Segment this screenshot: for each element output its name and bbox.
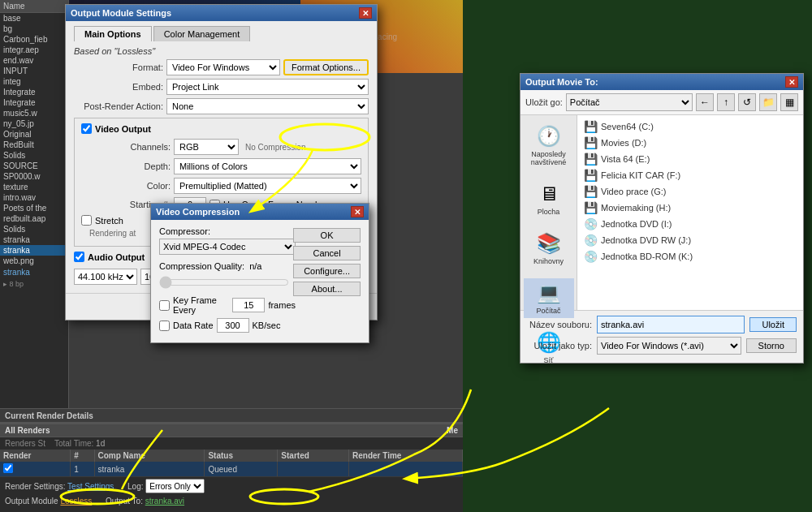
col-comp: Comp Name — [94, 450, 205, 462]
save-sidebar-recent[interactable]: 🕐 Naposledy navštívené — [524, 122, 574, 170]
keyframe-input[interactable] — [232, 298, 265, 312]
video-comp-ok-btn[interactable]: OK — [293, 228, 361, 243]
sidebar-item-original[interactable]: Original — [0, 129, 68, 140]
save-location-select[interactable]: Počítač — [566, 93, 693, 111]
drive-f-icon: 💾 — [584, 169, 598, 182]
video-comp-body: Compressor: Xvid MPEG-4 Codec Compressio… — [151, 220, 369, 342]
output-to-link[interactable]: stranka.avi — [145, 497, 184, 506]
list-item-k[interactable]: 💿 Jednotka BD-ROM (K:) — [581, 248, 800, 265]
filename-input[interactable] — [597, 316, 745, 333]
save-views-btn[interactable]: ▦ — [780, 93, 798, 111]
video-comp-about-btn[interactable]: About... — [293, 282, 361, 296]
tab-main-options[interactable]: Main Options — [74, 26, 152, 41]
format-options-btn[interactable]: Format Options... — [283, 59, 369, 75]
output-module-label: Output Module — [5, 497, 58, 506]
video-output-checkbox[interactable] — [81, 123, 92, 134]
list-item-e[interactable]: 💾 Vista 64 (E:) — [581, 151, 800, 167]
sidebar-item-carbon[interactable]: Carbon_fieb — [0, 34, 68, 45]
save-sidebar-computer[interactable]: 💻 Počítač — [524, 278, 574, 318]
sidebar-item-integr[interactable]: integr.aep — [0, 45, 68, 55]
sidebar-item-integrate1[interactable]: Integrate — [0, 87, 68, 97]
list-item-c[interactable]: 💾 Seven64 (C:) — [581, 118, 800, 135]
sidebar-item-intro[interactable]: intro.wav — [0, 192, 68, 203]
sidebar-item-texture[interactable]: texture — [0, 182, 68, 192]
col-time: Render Time — [349, 450, 463, 462]
drive-k-label: Jednotka BD-ROM (K:) — [601, 252, 693, 261]
format-select[interactable]: Video For Windows — [166, 59, 280, 75]
channels-select[interactable]: RGB — [174, 139, 239, 155]
row-comp: stranka — [94, 462, 205, 477]
sidebar-item-poets[interactable]: Poets of the — [0, 203, 68, 213]
save-cancel-btn[interactable]: Storno — [746, 338, 797, 353]
save-newfolder-btn[interactable]: 📁 — [759, 93, 777, 111]
compressor-select[interactable]: Xvid MPEG-4 Codec — [159, 239, 296, 255]
depth-row: Depth: Millions of Colors — [81, 158, 361, 174]
tab-color-management[interactable]: Color Management — [153, 26, 251, 41]
audio-output-checkbox[interactable] — [74, 252, 84, 262]
sidebar-item-redbuilt2[interactable]: redbuilt.aap — [0, 213, 68, 224]
list-item-d[interactable]: 💾 Movies (D:) — [581, 135, 800, 151]
drive-e-icon: 💾 — [584, 153, 598, 166]
sidebar-item-integ[interactable]: integ — [0, 76, 68, 87]
output-module-tabs: Main Options Color Management — [74, 26, 369, 41]
post-render-row: Post-Render Action: None — [74, 98, 369, 114]
output-module-close-btn[interactable]: ✕ — [359, 7, 372, 19]
output-module-link[interactable]: Lossless — [60, 497, 92, 506]
list-item-i[interactable]: 💿 Jednotka DVD (I:) — [581, 216, 800, 232]
save-back-btn[interactable]: ← — [696, 93, 714, 111]
col-render: Render — [0, 450, 71, 462]
drive-h-icon: 💾 — [584, 201, 598, 214]
sidebar-item-stranka1[interactable]: stranka — [0, 234, 68, 245]
sidebar-item-base[interactable]: base — [0, 13, 68, 24]
list-item-h[interactable]: 💾 Moviemaking (H:) — [581, 200, 800, 216]
drive-d-icon: 💾 — [584, 136, 598, 149]
libraries-label: Knihovny — [533, 257, 564, 265]
datarate-checkbox[interactable] — [159, 321, 170, 331]
video-output-checkbox-row: Video Output — [81, 123, 361, 134]
save-close-btn[interactable]: ✕ — [785, 76, 798, 88]
sidebar-item-music5[interactable]: music5.w — [0, 108, 68, 118]
audio-khz-select[interactable]: 44.100 kHz — [74, 269, 137, 285]
sidebar-item-sp0000[interactable]: SP0000.w — [0, 171, 68, 182]
sidebar-item-input[interactable]: INPUT — [0, 66, 68, 76]
log-select[interactable]: Errors Only — [145, 479, 205, 493]
sidebar-item-source[interactable]: SOURCE — [0, 161, 68, 171]
save-up-btn[interactable]: ↑ — [717, 93, 735, 111]
sidebar-item-stranka2[interactable]: stranka — [0, 245, 68, 256]
drive-f-label: Felicia KIT CAR (F:) — [601, 170, 680, 180]
sidebar-item-ny05[interactable]: ny_05.jp — [0, 118, 68, 129]
color-select[interactable]: Premultiplied (Matted) — [174, 178, 361, 194]
video-comp-cancel-btn[interactable]: Cancel — [293, 246, 361, 260]
datarate-input[interactable] — [217, 318, 249, 333]
save-sidebar-libraries[interactable]: 📚 Knihovny — [524, 229, 574, 269]
row-render-check[interactable] — [0, 462, 71, 477]
save-btn[interactable]: Uložit — [749, 317, 797, 332]
sidebar-item-solids1[interactable]: Solids — [0, 150, 68, 161]
list-item-g[interactable]: 💾 Video prace (G:) — [581, 183, 800, 200]
sidebar-item-webpng[interactable]: web.png — [0, 256, 68, 266]
sidebar-item-bg[interactable]: bg — [0, 24, 68, 34]
render-settings-link[interactable]: Test Settings — [67, 482, 114, 491]
table-row[interactable]: 1 stranka Queued — [0, 462, 463, 477]
quality-slider[interactable] — [159, 276, 289, 289]
save-sidebar-desktop[interactable]: 🖥 Plocha — [524, 179, 574, 219]
stretch-checkbox[interactable] — [81, 215, 92, 226]
depth-select[interactable]: Millions of Colors — [174, 158, 361, 174]
output-module-titlebar: Output Module Settings ✕ — [66, 5, 377, 21]
sidebar-item-redbuilt[interactable]: RedBuilt — [0, 140, 68, 150]
filetype-select[interactable]: Video For Windows (*.avi) — [597, 337, 741, 355]
video-comp-configure-btn[interactable]: Configure... — [293, 264, 361, 278]
post-render-select[interactable]: None — [166, 98, 369, 114]
sidebar-item-end[interactable]: end.wav — [0, 55, 68, 66]
sidebar-item-stranka3[interactable]: stranka — [0, 266, 68, 278]
sidebar-item-integrate2[interactable]: Integrate — [0, 97, 68, 108]
embed-select[interactable]: Project Link — [166, 79, 369, 95]
list-item-f[interactable]: 💾 Felicia KIT CAR (F:) — [581, 167, 800, 183]
total-time-label: Total Time: — [54, 439, 93, 448]
keyframe-label: Key Frame Every — [173, 295, 229, 315]
save-refresh-btn[interactable]: ↺ — [738, 93, 756, 111]
list-item-j[interactable]: 💿 Jednotka DVD RW (J:) — [581, 232, 800, 248]
video-comp-close-btn[interactable]: ✕ — [351, 206, 364, 217]
sidebar-item-solids2[interactable]: Solids — [0, 224, 68, 234]
keyframe-checkbox[interactable] — [159, 300, 170, 311]
